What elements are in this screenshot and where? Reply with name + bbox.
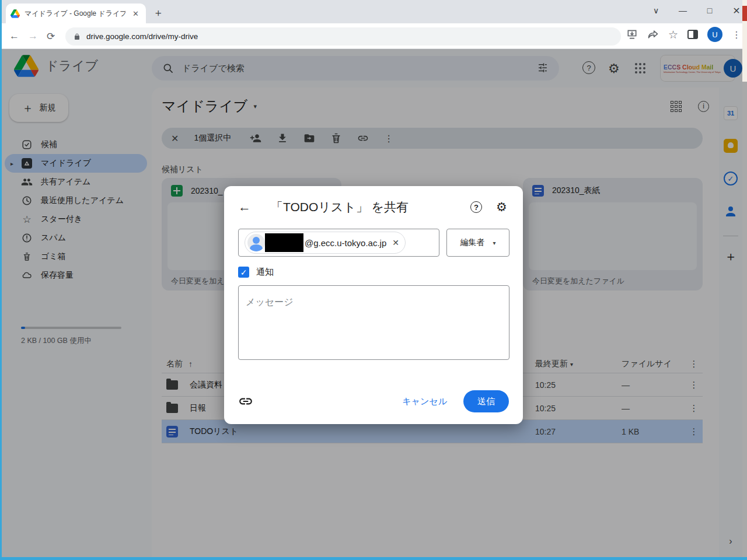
tab-close-icon[interactable]: ✕ [130,9,141,18]
side-panel-icon[interactable] [687,30,698,39]
screenshare-border-left [0,0,2,560]
share-icon[interactable] [647,29,659,40]
recipient-chip[interactable]: @g.ecc.u-tokyo.ac.jp ✕ [245,232,406,254]
dialog-help-icon[interactable]: ? [470,201,482,213]
role-value: 編集者 [460,237,484,248]
drive-favicon [11,9,20,18]
role-caret-icon: ▾ [493,240,495,246]
lock-icon [74,33,81,41]
bookmark-star-icon[interactable]: ☆ [668,28,678,41]
tab-title: マイドライブ - Google ドライブ [25,9,125,19]
notify-checkbox[interactable]: ✓ [238,267,249,278]
window-close-button[interactable]: ✕ [731,5,742,16]
tab-search-icon[interactable]: ∨ [650,6,662,15]
screen: マイドライブ - Google ドライブ ✕ ＋ ∨ — □ ✕ ← → ⟳ d… [0,0,747,560]
dialog-title: 「TODOリスト」 を共有 [265,199,456,215]
dialog-back-icon[interactable]: ← [238,200,251,215]
window-maximize-button[interactable]: □ [704,6,715,15]
browser-profile-avatar[interactable]: U [707,27,722,42]
browser-tab-bar: マイドライブ - Google ドライブ ✕ ＋ ∨ — □ ✕ [0,0,747,23]
forward-button[interactable]: → [28,30,38,42]
dialog-settings-icon[interactable]: ⚙ [496,201,509,214]
share-dialog: ← 「TODOリスト」 を共有 ? ⚙ @g.ecc.u-tokyo.ac.jp… [224,186,523,424]
recipient-input[interactable]: @g.ecc.u-tokyo.ac.jp ✕ [238,229,439,257]
cancel-button[interactable]: キャンセル [392,391,458,412]
copy-link-icon[interactable] [238,394,253,409]
back-button[interactable]: ← [9,30,19,42]
remove-recipient-icon[interactable]: ✕ [390,238,399,247]
role-select[interactable]: 編集者 ▾ [446,229,509,257]
redacted-name [265,233,303,252]
address-bar[interactable]: drive.google.com/drive/my-drive [65,27,621,46]
window-minimize-button[interactable]: — [677,6,689,15]
new-tab-button[interactable]: ＋ [153,6,163,20]
reload-button[interactable]: ⟳ [47,30,55,43]
install-icon[interactable] [626,29,638,40]
send-button[interactable]: 送信 [463,390,509,412]
notify-label: 通知 [256,267,274,278]
url-text: drive.google.com/drive/my-drive [86,32,198,41]
recipient-email: @g.ecc.u-tokyo.ac.jp [305,238,386,248]
background-window-sliver [742,0,747,560]
browser-tab[interactable]: マイドライブ - Google ドライブ ✕ [6,4,146,23]
screenshare-border-bottom [0,557,747,560]
recipient-avatar [247,234,265,251]
browser-menu-icon[interactable]: ⋮ [732,29,741,40]
message-textarea[interactable] [238,285,509,360]
